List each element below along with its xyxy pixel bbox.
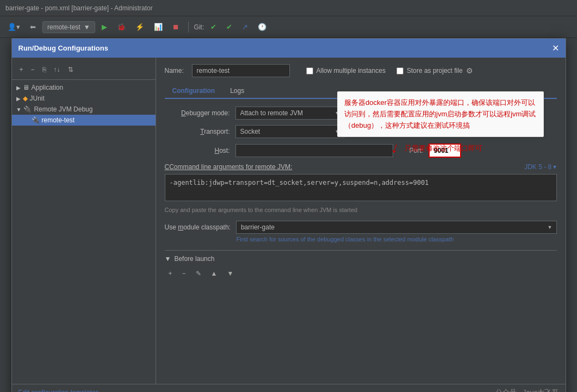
arrow-icon: ▶	[16, 96, 21, 102]
tree-item-label-remote-test: remote-test	[42, 116, 75, 124]
before-launch-section: ▼ Before launch + − ✎ ▲ ▼	[165, 250, 557, 281]
tab-configuration[interactable]: Configuration	[165, 84, 223, 99]
bl-moveup-button[interactable]: ▲	[207, 268, 221, 279]
application-icon: 🖥	[23, 84, 29, 91]
watermark: 公众号 · Java大飞哥	[495, 388, 559, 392]
module-classpath-label: Use module classpath:	[165, 223, 231, 231]
module-classpath-select-wrap: barrier-gate	[236, 221, 557, 234]
run-button[interactable]: ▶	[98, 21, 110, 33]
bl-remove-button[interactable]: −	[178, 268, 190, 279]
allow-multiple-checkbox[interactable]	[306, 67, 313, 74]
callout-text: 服务器docker容器应用对外暴露的端口，确保该端口对外可以访问到，然后需要配置…	[337, 91, 544, 137]
name-row: Name: Allow multiple instances Store as …	[165, 64, 557, 77]
dialog-header: Run/Debug Configurations ✕	[12, 39, 566, 58]
callout-arrow-icon: ↓	[389, 139, 402, 158]
tab-configuration-label: Configuration	[172, 87, 215, 95]
junit-icon: ◆	[23, 95, 28, 102]
left-panel: + − ⎘ ↑↓ ⇅ ▶ 🖥 Application ▶ ◆ JUnit ▼ 🔌…	[12, 58, 156, 384]
toolbar: 👤▾ ⬅ remote-test ▼ ▶ 🐞 ⚡ 📊 ⏹ Git: ✔ ✔ ↗ …	[0, 16, 577, 38]
transport-label: Transport:	[165, 128, 230, 135]
profiler-button[interactable]: 📊	[151, 21, 166, 33]
dialog-title: Run/Debug Configurations	[18, 44, 108, 52]
tree-item-label-junit: JUnit	[30, 95, 45, 102]
arrow-icon: ▼	[16, 107, 22, 113]
run-config-dropdown[interactable]: remote-test ▼	[42, 21, 95, 33]
tree-item-remote-test[interactable]: 🔌 remote-test	[12, 115, 156, 126]
sort-config-button[interactable]: ⇅	[65, 64, 77, 75]
stop-button[interactable]: ⏹	[169, 21, 183, 33]
git-history[interactable]: 🕐	[255, 21, 270, 33]
callout-port-note: 只需要修改这个端口即可	[405, 144, 482, 153]
transport-select[interactable]: Socket Shared memory	[235, 125, 344, 138]
dialog-footer: Edit configuration templates... 公众号 · Ja…	[12, 384, 566, 392]
arrow-icon: ▶	[16, 85, 21, 91]
debugger-mode-label: Debugger mode:	[165, 109, 230, 117]
remove-config-button[interactable]: −	[28, 64, 38, 75]
jdk-selector[interactable]: JDK 5 - 8 ▾	[524, 163, 556, 171]
debug-button[interactable]: 🐞	[114, 21, 129, 33]
remote-test-icon: 🔌	[32, 116, 40, 124]
tree-item-remote-jvm[interactable]: ▼ 🔌 Remote JVM Debug	[12, 104, 156, 115]
title-bar: barrier-gate - pom.xml [barrier-gate] - …	[0, 0, 577, 16]
before-launch-label: Before launch	[174, 255, 214, 263]
remote-jvm-icon: 🔌	[23, 105, 32, 113]
before-launch-toolbar: + − ✎ ▲ ▼	[165, 266, 557, 281]
debugger-mode-select-wrapper: Attach to remote JVM Listen to remote JV…	[235, 107, 344, 120]
git-checkmark1[interactable]: ✔	[207, 21, 220, 33]
cmd-section: CCommand line arguments for remote JVM: …	[165, 163, 557, 215]
git-push[interactable]: ↗	[239, 21, 251, 33]
tree-item-label-application: Application	[32, 84, 64, 91]
gear-button[interactable]: ⚙	[466, 66, 473, 75]
tab-logs-label: Logs	[230, 87, 244, 95]
allow-multiple-label: Allow multiple instances	[317, 67, 386, 74]
separator	[188, 22, 189, 33]
cmd-hint: Copy and paste the arguments to the comm…	[165, 204, 557, 215]
coverage-button[interactable]: ⚡	[132, 21, 147, 33]
host-label: Host:	[165, 147, 230, 154]
tree-item-label-remote-jvm: Remote JVM Debug	[34, 105, 92, 113]
tree-item-junit[interactable]: ▶ ◆ JUnit	[12, 93, 156, 104]
bl-movedown-button[interactable]: ▼	[223, 268, 237, 279]
store-project-group: Store as project file ⚙	[396, 66, 473, 75]
allow-multiple-group: Allow multiple instances	[306, 67, 386, 74]
collapse-arrow: ▼	[165, 255, 171, 263]
git-label: Git:	[194, 23, 204, 31]
profile-icon[interactable]: 👤▾	[4, 21, 23, 33]
name-label: Name:	[165, 67, 187, 74]
store-project-checkbox[interactable]	[396, 67, 404, 74]
run-config-label: remote-test	[47, 23, 80, 31]
dropdown-arrow: ▼	[84, 23, 90, 31]
module-classpath-select[interactable]: barrier-gate	[236, 221, 557, 234]
module-classpath-hint: First search for sources of the debugged…	[237, 236, 557, 242]
add-config-button[interactable]: +	[16, 64, 27, 75]
tree-item-application[interactable]: ▶ 🖥 Application	[12, 82, 156, 93]
cmd-header: CCommand line arguments for remote JVM: …	[165, 163, 557, 171]
name-input[interactable]	[192, 64, 290, 77]
before-launch-header[interactable]: ▼ Before launch	[165, 255, 557, 263]
bl-add-button[interactable]: +	[165, 268, 176, 279]
edit-templates-link[interactable]: Edit configuration templates...	[18, 389, 104, 392]
module-classpath-row: Use module classpath: barrier-gate	[165, 221, 557, 234]
cmd-label: CCommand line arguments for remote JVM:	[165, 163, 293, 171]
move-config-button[interactable]: ↑↓	[51, 64, 64, 75]
cmd-box[interactable]: -agentlib:jdwp=transport=dt_socket,serve…	[165, 174, 557, 201]
dialog-close-button[interactable]: ✕	[552, 43, 559, 53]
title-bar-text: barrier-gate - pom.xml [barrier-gate] - …	[5, 4, 153, 12]
transport-select-wrapper: Socket Shared memory	[235, 125, 344, 138]
debugger-mode-select[interactable]: Attach to remote JVM Listen to remote JV…	[235, 107, 344, 120]
copy-config-button[interactable]: ⎘	[39, 64, 49, 75]
tab-logs[interactable]: Logs	[222, 84, 252, 99]
back-button[interactable]: ⬅	[27, 21, 39, 33]
store-project-label: Store as project file	[407, 67, 463, 74]
git-checkmark2[interactable]: ✔	[223, 21, 235, 33]
bl-edit-button[interactable]: ✎	[192, 268, 205, 279]
left-panel-toolbar: + − ⎘ ↑↓ ⇅	[12, 62, 156, 80]
callout-arrow-row: ↓ 只需要修改这个端口即可	[337, 139, 544, 157]
callout-container: 服务器docker容器应用对外暴露的端口，确保该端口对外可以访问到，然后需要配置…	[337, 91, 544, 157]
